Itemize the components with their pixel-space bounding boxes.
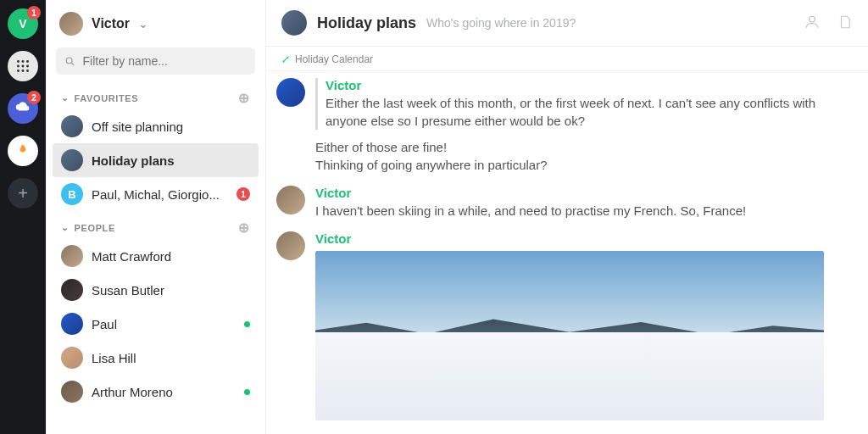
svg-point-6 (17, 70, 19, 72)
room-label: Off site planning (92, 120, 250, 134)
message-text: I haven't been skiing in a while, and ne… (315, 202, 858, 220)
user-avatar (61, 279, 83, 301)
user-avatar (61, 245, 83, 267)
people-section: ⌄ PEOPLE ⊕ Matt Crawford Susan Butler Pa… (46, 216, 265, 414)
dm-arthur-moreno[interactable]: Arthur Moreno (53, 375, 259, 409)
svg-point-8 (26, 70, 29, 72)
favourites-header[interactable]: ⌄ FAVOURITES ⊕ (53, 86, 259, 109)
workspace-letter: V (19, 17, 26, 31)
user-label: Paul (92, 317, 236, 331)
message-thread: Victor Either the last week of this mont… (266, 71, 868, 434)
main-panel: Holiday plans Who's going where in 2019?… (266, 0, 868, 434)
unread-badge: 1 (236, 187, 250, 201)
favourites-section: ⌄ FAVOURITES ⊕ Off site planning Holiday… (46, 86, 265, 216)
filter-input[interactable] (83, 54, 248, 68)
widget-bar: ⤢ Holiday Calendar (266, 47, 868, 71)
user-label: Arthur Moreno (92, 385, 236, 399)
message-text: Either of those are fine! (315, 138, 858, 156)
room-avatar (281, 10, 307, 36)
svg-point-4 (22, 65, 25, 68)
search-icon (64, 55, 76, 68)
room-holiday-plans[interactable]: Holiday plans (53, 143, 259, 177)
message-author: Victor (326, 78, 858, 92)
room-topic: Who's going where in 2019? (426, 16, 576, 30)
add-workspace-button[interactable]: + (8, 178, 38, 209)
chevron-down-icon: ⌄ (61, 92, 70, 103)
section-label: FAVOURITES (75, 93, 138, 103)
svg-point-3 (17, 65, 19, 68)
svg-point-9 (66, 58, 72, 64)
workspace-cloud[interactable]: 2 (8, 93, 38, 124)
user-avatar (61, 381, 83, 403)
user-label: Susan Butler (92, 283, 250, 298)
online-indicator (244, 321, 250, 327)
person-icon (804, 14, 821, 31)
svg-line-10 (71, 63, 74, 65)
workspace-dots[interactable] (8, 51, 38, 81)
svg-point-2 (26, 60, 29, 63)
room-avatar (61, 115, 83, 137)
filter-rooms[interactable] (56, 47, 255, 75)
dm-paul[interactable]: Paul (53, 307, 259, 341)
workspace-switcher[interactable]: Victor ⌄ (46, 0, 265, 47)
workspace-rail: V 1 2 + (0, 0, 46, 434)
user-label: Lisa Hill (92, 351, 250, 365)
expand-icon: ⤢ (281, 53, 290, 65)
message-text: Thinking of going anywhere in particular… (315, 156, 858, 174)
user-avatar (61, 313, 83, 335)
message-text: Either the last week of this month, or t… (326, 94, 858, 130)
add-favourite-button[interactable]: ⊕ (238, 90, 250, 106)
sidebar: Victor ⌄ ⌄ FAVOURITES ⊕ Off site plannin… (46, 0, 266, 434)
plus-icon: + (18, 184, 28, 203)
message-avatar (276, 186, 305, 214)
dots-grid-icon (14, 57, 32, 75)
room-avatar: B (61, 183, 83, 205)
message-author: Victor (315, 186, 858, 200)
room-off-site-planning[interactable]: Off site planning (53, 109, 259, 143)
svg-point-11 (810, 16, 815, 22)
user-avatar (61, 347, 83, 369)
message-image[interactable] (315, 251, 824, 420)
dm-matt-crawford[interactable]: Matt Crawford (53, 239, 259, 273)
people-header[interactable]: ⌄ PEOPLE ⊕ (53, 216, 259, 239)
add-person-button[interactable]: ⊕ (238, 220, 250, 236)
user-label: Matt Crawford (92, 249, 250, 264)
message-avatar (276, 78, 305, 107)
user-avatar (59, 12, 83, 36)
room-header: Holiday plans Who's going where in 2019? (266, 0, 868, 47)
message: Victor (276, 231, 858, 420)
widget-holiday-calendar[interactable]: ⤢ Holiday Calendar (281, 53, 373, 65)
message-author: Victor (315, 231, 858, 246)
flame-icon (14, 142, 31, 159)
dm-susan-butler[interactable]: Susan Butler (53, 273, 259, 307)
workspace-victor[interactable]: V 1 (8, 8, 38, 39)
chevron-down-icon: ⌄ (61, 222, 70, 233)
svg-point-5 (26, 65, 29, 68)
section-label: PEOPLE (75, 223, 115, 233)
files-button[interactable] (837, 14, 853, 33)
file-icon (837, 14, 853, 31)
chevron-down-icon: ⌄ (138, 17, 148, 31)
widget-label: Holiday Calendar (295, 53, 373, 65)
message: Victor Either the last week of this mont… (276, 78, 858, 174)
notification-badge: 1 (27, 6, 41, 19)
room-avatar (61, 149, 83, 171)
notification-badge: 2 (27, 91, 41, 104)
dm-lisa-hill[interactable]: Lisa Hill (53, 341, 259, 375)
members-button[interactable] (804, 14, 821, 33)
svg-point-7 (22, 70, 25, 72)
workspace-flame[interactable] (8, 136, 38, 166)
room-label: Holiday plans (92, 153, 250, 168)
message-avatar (276, 231, 305, 260)
message: Victor I haven't been skiing in a while,… (276, 186, 858, 220)
svg-point-1 (22, 60, 25, 63)
room-group-chat[interactable]: B Paul, Michal, Giorgio... 1 (53, 177, 259, 211)
room-label: Paul, Michal, Giorgio... (92, 187, 228, 202)
room-title: Holiday plans (317, 14, 416, 32)
svg-point-0 (17, 60, 19, 63)
online-indicator (244, 389, 250, 395)
workspace-name: Victor (92, 16, 130, 31)
